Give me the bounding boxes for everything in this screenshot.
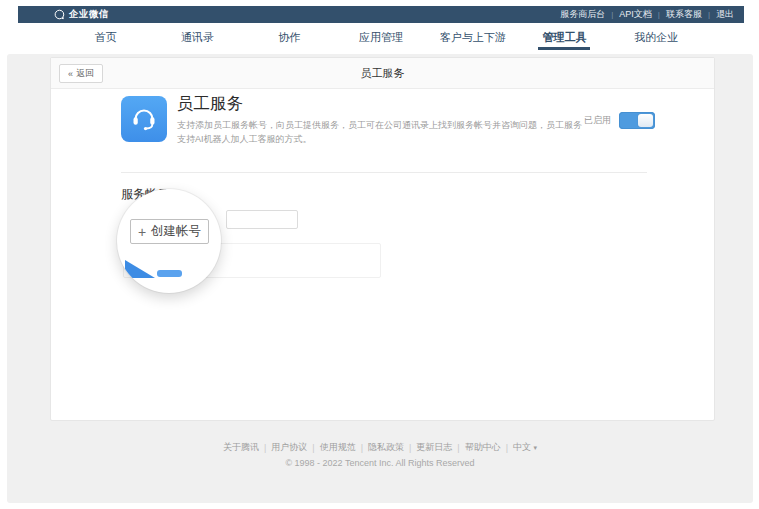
nav-item-contacts[interactable]: 通讯录 [152, 23, 244, 52]
main-nav: 首页 通讯录 协作 应用管理 客户与上下游 管理工具 我的企业 [18, 23, 744, 52]
wework-logo: 企业微信 [54, 8, 109, 21]
divider: | [264, 443, 266, 453]
magnifier-lens: + 创建帐号 [117, 189, 221, 293]
page-footer: 关于腾讯 | 用户协议 | 使用规范 | 隐私政策 | 更新日志 | 帮助中心 … [7, 436, 753, 468]
wework-logo-text: 企业微信 [69, 8, 109, 21]
topbar-links: 服务商后台 | API文档 | 联系客服 | 退出 [560, 8, 734, 21]
nav-item-my-company[interactable]: 我的企业 [610, 23, 702, 52]
nav-item-home[interactable]: 首页 [60, 23, 152, 52]
divider: | [312, 443, 314, 453]
chevron-down-icon: ▾ [534, 444, 538, 451]
employee-service-panel: « 返回 员工服务 员工服务 支持添 [50, 57, 715, 421]
panel-header: « 返回 员工服务 [51, 58, 714, 89]
divider: | [611, 10, 613, 19]
app-description-line2: 支持AI机器人加人工客服的方式。 [177, 134, 312, 144]
nav-item-customers[interactable]: 客户与上下游 [427, 23, 519, 52]
toggle-knob [638, 114, 653, 127]
enabled-toggle[interactable] [619, 112, 655, 129]
footer-link-about-tencent[interactable]: 关于腾讯 [223, 441, 259, 454]
page-background: « 返回 员工服务 员工服务 支持添 [7, 54, 753, 503]
account-search-input[interactable] [226, 210, 298, 229]
page-title: 员工服务 [51, 58, 714, 89]
screen: 企业微信 服务商后台 | API文档 | 联系客服 | 退出 首页 通讯录 协作… [0, 0, 759, 509]
divider: | [409, 443, 411, 453]
nav-item-admin-tools[interactable]: 管理工具 [519, 23, 611, 52]
divider: | [708, 10, 710, 19]
create-account-button-label: 创建帐号 [151, 223, 201, 240]
divider: | [658, 10, 660, 19]
footer-link-user-agreement[interactable]: 用户协议 [271, 441, 307, 454]
create-account-button[interactable]: + 创建帐号 [130, 219, 209, 244]
account-avatar-fragment [125, 260, 155, 278]
footer-link-changelog[interactable]: 更新日志 [416, 441, 452, 454]
topbar-link-provider-console[interactable]: 服务商后台 [560, 8, 605, 21]
topbar-link-contact-support[interactable]: 联系客服 [666, 8, 702, 21]
topbar-link-logout[interactable]: 退出 [716, 8, 734, 21]
plus-icon: + [138, 225, 146, 239]
language-label: 中文 [513, 442, 531, 452]
nav-item-collaboration[interactable]: 协作 [243, 23, 335, 52]
top-bar: 企业微信 服务商后台 | API文档 | 联系客服 | 退出 [18, 6, 744, 23]
divider: | [457, 443, 459, 453]
divider: | [361, 443, 363, 453]
copyright-text: © 1998 - 2022 Tencent Inc. All Rights Re… [7, 458, 753, 468]
section-divider [121, 172, 647, 173]
app-description-line1: 支持添加员工服务帐号，向员工提供服务，员工可在公司通讯录上找到服务帐号并咨询问题… [177, 120, 582, 130]
wework-bubble-icon [54, 9, 65, 20]
nav-item-app-management[interactable]: 应用管理 [335, 23, 427, 52]
enabled-status-label: 已启用 [584, 114, 611, 127]
footer-link-usage-rules[interactable]: 使用规范 [320, 441, 356, 454]
app-description: 支持添加员工服务帐号，向员工提供服务，员工可在公司通讯录上找到服务帐号并咨询问题… [177, 118, 619, 146]
app-status: 已启用 [584, 112, 655, 129]
footer-links: 关于腾讯 | 用户协议 | 使用规范 | 隐私政策 | 更新日志 | 帮助中心 … [223, 441, 537, 454]
footer-link-help-center[interactable]: 帮助中心 [465, 441, 501, 454]
footer-link-privacy-policy[interactable]: 隐私政策 [368, 441, 404, 454]
employee-service-app-icon [121, 96, 167, 142]
headset-icon [129, 102, 159, 136]
language-selector[interactable]: 中文 ▾ [513, 441, 537, 454]
divider: | [506, 443, 508, 453]
app-name: 员工服务 [177, 93, 243, 115]
account-avatar-fragment [157, 270, 182, 277]
topbar-link-api-docs[interactable]: API文档 [619, 8, 652, 21]
